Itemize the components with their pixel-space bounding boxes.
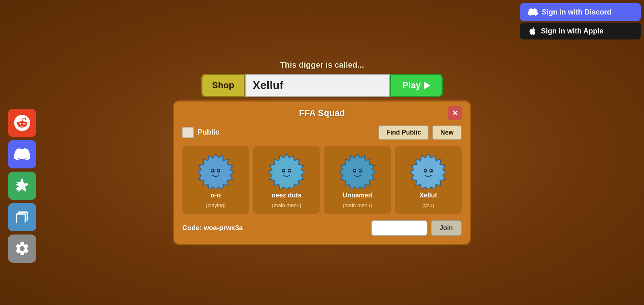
find-public-button[interactable]: Find Public bbox=[378, 125, 429, 140]
digger-name-input[interactable] bbox=[245, 74, 390, 97]
shop-button[interactable]: Shop bbox=[201, 74, 245, 97]
player-status: (playing) bbox=[206, 202, 226, 208]
sidebar-reddit-button[interactable] bbox=[8, 109, 36, 137]
svg-point-2 bbox=[206, 162, 226, 183]
svg-rect-17 bbox=[354, 170, 355, 171]
svg-rect-12 bbox=[289, 170, 290, 171]
join-row: Join bbox=[371, 220, 462, 236]
player-card[interactable]: Unnamed (main menu) bbox=[324, 146, 391, 214]
player-card[interactable]: Xelluf (you) bbox=[395, 146, 462, 214]
players-grid: o-o (playing) neez duts (main menu) bbox=[182, 146, 462, 214]
settings-icon bbox=[14, 241, 30, 257]
player-avatar bbox=[410, 152, 446, 189]
code-row: Code: woa-prwx3a Join bbox=[182, 220, 462, 236]
player-name: neez duts bbox=[272, 192, 301, 199]
player-name: Xelluf bbox=[419, 192, 437, 199]
svg-point-8 bbox=[277, 162, 297, 183]
player-avatar bbox=[339, 152, 376, 189]
sidebar-discord-button[interactable] bbox=[8, 140, 36, 168]
player-card[interactable]: o-o (playing) bbox=[182, 146, 249, 214]
player-card[interactable]: neez duts (main menu) bbox=[253, 146, 320, 214]
sidebar-settings-button[interactable] bbox=[8, 234, 36, 263]
player-status: (main menu) bbox=[272, 202, 301, 208]
squad-controls: Public Find Public New bbox=[182, 125, 462, 140]
player-name: Unnamed bbox=[343, 192, 372, 199]
sidebar-star-button[interactable]: ★★ bbox=[8, 172, 36, 200]
new-squad-button[interactable]: New bbox=[432, 125, 462, 140]
play-label: Play bbox=[402, 80, 421, 91]
discord-signin-label: Sign in with Discord bbox=[542, 8, 611, 17]
star-icon: ★★ bbox=[14, 178, 30, 194]
apple-signin-label: Sign in with Apple bbox=[541, 27, 603, 35]
play-arrow-icon bbox=[424, 81, 430, 89]
name-row: Shop Play bbox=[201, 74, 443, 97]
main-area: This digger is called... Shop Play FFA S… bbox=[173, 60, 471, 245]
squad-header: FFA Squad ✕ bbox=[182, 108, 462, 118]
player-name: o-o bbox=[211, 192, 221, 199]
play-button[interactable]: Play bbox=[390, 74, 443, 97]
squad-modal: FFA Squad ✕ Public Find Public New bbox=[173, 100, 471, 245]
apple-icon bbox=[528, 27, 537, 35]
reddit-icon bbox=[14, 115, 30, 131]
player-status: (main menu) bbox=[343, 202, 372, 208]
discord-icon bbox=[528, 7, 538, 17]
join-code-input[interactable] bbox=[371, 220, 427, 236]
svg-rect-24 bbox=[430, 170, 431, 171]
sidebar: ★★ bbox=[8, 109, 36, 263]
svg-rect-23 bbox=[425, 170, 426, 171]
squad-title: FFA Squad bbox=[299, 108, 345, 118]
squad-action-buttons: Find Public New bbox=[378, 125, 462, 140]
player-avatar bbox=[198, 152, 234, 189]
player-status: (you) bbox=[422, 202, 434, 208]
public-checkbox[interactable] bbox=[182, 127, 194, 138]
svg-rect-6 bbox=[218, 170, 219, 171]
svg-point-20 bbox=[418, 162, 438, 183]
discord-signin-button[interactable]: Sign in with Discord bbox=[520, 3, 641, 21]
sidebar-scroll-button[interactable] bbox=[8, 203, 36, 231]
close-modal-button[interactable]: ✕ bbox=[448, 106, 462, 120]
auth-buttons: Sign in with Discord Sign in with Apple bbox=[520, 3, 641, 39]
join-button[interactable]: Join bbox=[431, 220, 462, 236]
player-avatar bbox=[268, 152, 305, 189]
scroll-icon bbox=[14, 210, 30, 225]
public-check-row: Public bbox=[182, 127, 219, 138]
squad-code: Code: woa-prwx3a bbox=[182, 224, 243, 232]
svg-text:★★: ★★ bbox=[15, 185, 27, 193]
svg-rect-5 bbox=[212, 170, 213, 171]
apple-signin-button[interactable]: Sign in with Apple bbox=[520, 23, 641, 39]
public-label: Public bbox=[198, 128, 219, 137]
discord-sidebar-icon bbox=[14, 146, 30, 162]
svg-point-14 bbox=[347, 162, 367, 183]
digger-label: This digger is called... bbox=[280, 60, 364, 70]
svg-rect-11 bbox=[283, 170, 284, 171]
svg-rect-18 bbox=[359, 170, 361, 171]
